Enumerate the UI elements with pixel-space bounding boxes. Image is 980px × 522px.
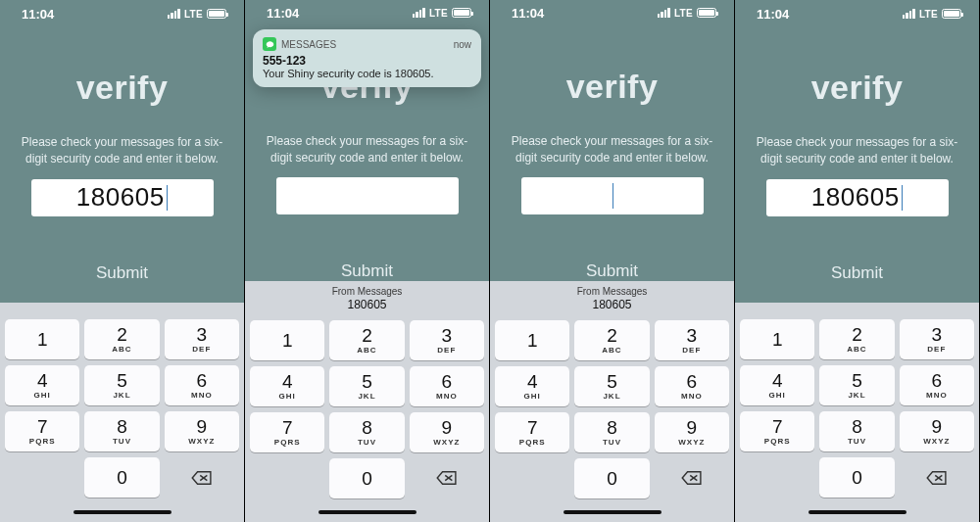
keypad-key-7[interactable]: 7PQRS <box>740 411 814 451</box>
keypad-key-6[interactable]: 6MNO <box>655 366 729 406</box>
keypad-spacer <box>495 458 569 498</box>
keypad-delete-button[interactable] <box>655 458 729 498</box>
status-time: 11:04 <box>757 7 789 22</box>
home-indicator[interactable] <box>490 503 734 522</box>
home-indicator[interactable] <box>245 503 489 522</box>
numeric-keypad: 12ABC3DEF4GHI5JKL6MNO7PQRS8TUV9WXYZ0 <box>735 303 979 502</box>
keypad-key-2[interactable]: 2ABC <box>329 320 404 360</box>
home-indicator[interactable] <box>735 502 979 522</box>
notification-sender: 555-123 <box>263 54 471 68</box>
keypad-key-8[interactable]: 8TUV <box>819 411 894 451</box>
text-cursor <box>902 185 904 211</box>
instruction-text: Please check your messages for a six-dig… <box>245 133 489 166</box>
keypad-key-2[interactable]: 2ABC <box>84 319 159 359</box>
security-code-value: 180605 <box>76 182 165 213</box>
verify-screen: verifyPlease check your messages for a s… <box>490 26 734 282</box>
keypad-key-2[interactable]: 2ABC <box>574 320 649 360</box>
carrier-label: LTE <box>184 9 203 20</box>
page-title: verify <box>76 69 169 107</box>
submit-button[interactable]: Submit <box>96 263 148 283</box>
keypad-key-0[interactable]: 0 <box>84 457 159 498</box>
keypad-key-1[interactable]: 1 <box>740 319 814 359</box>
status-time: 11:04 <box>267 6 299 21</box>
keypad-key-1[interactable]: 1 <box>495 320 569 360</box>
status-time: 11:04 <box>512 6 544 21</box>
keypad-key-1[interactable]: 1 <box>250 320 324 360</box>
notification-app-label: MESSAGES <box>281 39 336 50</box>
notification-body: Your Shiny security code is 180605. <box>263 68 471 79</box>
keypad-key-1[interactable]: 1 <box>5 319 79 359</box>
keypad-delete-button[interactable] <box>165 457 239 498</box>
keypad-autofill-suggestion[interactable]: From Messages180605 <box>250 286 484 311</box>
keypad-key-4[interactable]: 4GHI <box>495 366 569 406</box>
instruction-text: Please check your messages for a six-dig… <box>0 134 244 167</box>
text-cursor <box>612 183 614 209</box>
phone-screen-4: 11:04LTEverifyPlease check your messages… <box>735 0 980 522</box>
security-code-input[interactable] <box>521 177 704 214</box>
notification-timestamp: now <box>454 39 471 50</box>
keypad-key-9[interactable]: 9WXYZ <box>655 412 729 452</box>
keypad-key-5[interactable]: 5JKL <box>574 366 649 406</box>
keypad-key-5[interactable]: 5JKL <box>819 365 894 405</box>
signal-icon <box>168 9 180 19</box>
instruction-text: Please check your messages for a six-dig… <box>490 133 734 166</box>
home-indicator[interactable] <box>0 502 244 522</box>
keypad-delete-button[interactable] <box>900 457 974 498</box>
keypad-spacer <box>740 457 814 498</box>
carrier-label: LTE <box>674 8 693 19</box>
keypad-key-7[interactable]: 7PQRS <box>250 412 324 452</box>
keypad-key-3[interactable]: 3DEF <box>900 319 974 359</box>
keypad-key-2[interactable]: 2ABC <box>819 319 894 359</box>
signal-icon <box>658 8 670 18</box>
keypad-key-4[interactable]: 4GHI <box>250 366 324 406</box>
phone-screen-1: 11:04LTEverifyPlease check your messages… <box>0 0 245 522</box>
backspace-icon <box>191 470 213 486</box>
security-code-input[interactable]: 180605 <box>766 179 949 216</box>
numeric-keypad: 12ABC3DEF4GHI5JKL6MNO7PQRS8TUV9WXYZ0 <box>0 303 244 502</box>
keypad-spacer <box>5 457 79 498</box>
keypad-key-4[interactable]: 4GHI <box>5 365 79 405</box>
keypad-key-3[interactable]: 3DEF <box>165 319 239 359</box>
keypad-key-0[interactable]: 0 <box>819 457 894 498</box>
keypad-autofill-suggestion[interactable]: From Messages180605 <box>495 286 729 311</box>
security-code-input[interactable]: 180605 <box>31 179 214 216</box>
security-code-value: 180605 <box>811 182 900 213</box>
keypad-key-9[interactable]: 9WXYZ <box>410 412 484 452</box>
security-code-input[interactable] <box>276 177 459 214</box>
keypad-spacer <box>250 458 324 498</box>
submit-button[interactable]: Submit <box>586 261 638 281</box>
keypad-key-8[interactable]: 8TUV <box>329 412 404 452</box>
status-indicators: LTE <box>658 8 716 19</box>
phone-screen-2: 11:04LTEverifyPlease check your messages… <box>245 0 490 522</box>
keypad-key-8[interactable]: 8TUV <box>84 411 159 451</box>
keypad-key-6[interactable]: 6MNO <box>165 365 239 405</box>
numeric-keypad: From Messages18060512ABC3DEF4GHI5JKL6MNO… <box>490 281 734 502</box>
numeric-keypad: From Messages18060512ABC3DEF4GHI5JKL6MNO… <box>245 281 489 502</box>
keypad-key-3[interactable]: 3DEF <box>655 320 729 360</box>
keypad-key-6[interactable]: 6MNO <box>900 365 974 405</box>
verify-screen: verifyPlease check your messages for a s… <box>735 27 979 303</box>
keypad-key-7[interactable]: 7PQRS <box>5 411 79 451</box>
keypad-key-4[interactable]: 4GHI <box>740 365 814 405</box>
battery-icon <box>207 9 226 19</box>
submit-button[interactable]: Submit <box>341 261 393 281</box>
keypad-key-9[interactable]: 9WXYZ <box>165 411 239 451</box>
submit-button[interactable]: Submit <box>831 263 883 283</box>
keypad-key-5[interactable]: 5JKL <box>329 366 404 406</box>
status-indicators: LTE <box>903 9 961 20</box>
keypad-key-8[interactable]: 8TUV <box>574 412 649 452</box>
verify-screen: verifyPlease check your messages for a s… <box>0 27 244 303</box>
battery-icon <box>942 9 961 19</box>
keypad-key-7[interactable]: 7PQRS <box>495 412 569 452</box>
status-indicators: LTE <box>413 8 471 19</box>
messages-notification[interactable]: MESSAGESnow555-123Your Shiny security co… <box>253 29 481 87</box>
keypad-key-0[interactable]: 0 <box>574 458 649 498</box>
keypad-key-0[interactable]: 0 <box>329 458 404 498</box>
keypad-key-9[interactable]: 9WXYZ <box>900 411 974 451</box>
keypad-delete-button[interactable] <box>410 458 484 498</box>
page-title: verify <box>566 68 659 106</box>
keypad-key-6[interactable]: 6MNO <box>410 366 484 406</box>
signal-icon <box>413 8 425 18</box>
keypad-key-5[interactable]: 5JKL <box>84 365 159 405</box>
keypad-key-3[interactable]: 3DEF <box>410 320 484 360</box>
